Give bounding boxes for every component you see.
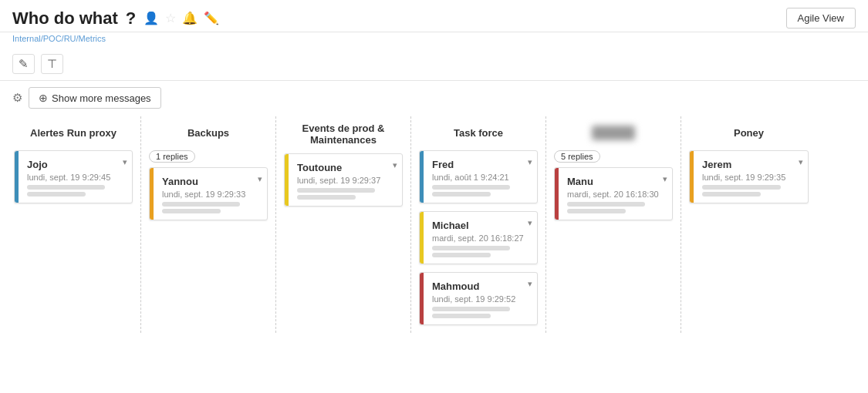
- toolbar: ✎ ⊤: [0, 48, 868, 81]
- card-blurred-text: [27, 185, 105, 190]
- card: ▾Fredlundi, août 1 9:24:21: [419, 150, 538, 203]
- card-blurred-text-2: [297, 195, 356, 200]
- column-events: Events de prod & Maintenances▾Toutounelu…: [276, 116, 411, 333]
- card-blurred-text: [432, 307, 510, 311]
- card-name: Manu: [567, 176, 664, 187]
- card-wrapper: 5 replies▾Manumardi, sept. 20 16:18:30: [554, 150, 673, 220]
- replies-badge[interactable]: 1 replies: [149, 150, 195, 163]
- card: ▾Mahmoudlundi, sept. 19 9:29:52: [419, 272, 538, 325]
- card: ▾Jojolundi, sept. 19 9:29:45: [14, 150, 133, 203]
- card-color-bar: [15, 151, 19, 203]
- card-dropdown-icon[interactable]: ▾: [528, 218, 532, 228]
- card-date: lundi, août 1 9:24:21: [432, 173, 529, 182]
- card-wrapper: ▾Michaelmardi, sept. 20 16:18:27: [419, 211, 538, 264]
- plus-icon: ⊕: [39, 92, 48, 104]
- card-blurred-text: [432, 246, 510, 250]
- card-date: lundi, sept. 19 9:29:37: [297, 176, 394, 185]
- card-blurred-text-2: [702, 192, 761, 196]
- card: ▾Jeremlundi, sept. 19 9:29:35: [689, 150, 809, 203]
- column-header-events: Events de prod & Maintenances: [284, 116, 403, 153]
- card-dropdown-icon[interactable]: ▾: [799, 157, 803, 167]
- card-name: Michael: [432, 220, 529, 231]
- card-wrapper: ▾Jojolundi, sept. 19 9:29:45: [14, 150, 133, 203]
- column-taskforce: Task force▾Fredlundi, août 1 9:24:21▾Mic…: [411, 116, 546, 333]
- header-icons: 👤 ☆ 🔔 ✏️: [144, 11, 219, 25]
- bell-icon[interactable]: 🔔: [182, 11, 198, 25]
- card-blurred-text-2: [432, 253, 491, 257]
- card-wrapper: ▾Mahmoudlundi, sept. 19 9:29:52: [419, 272, 538, 325]
- card-date: lundi, sept. 19 9:29:52: [432, 294, 529, 304]
- card-color-bar: [150, 168, 154, 220]
- card-blurred-text-2: [162, 209, 221, 213]
- card-color-bar: [420, 212, 424, 264]
- star-icon[interactable]: ☆: [165, 11, 176, 25]
- card-wrapper: 1 replies▾Yannoulundi, sept. 19 9:29:33: [149, 150, 268, 220]
- edit-tool-button[interactable]: ✎: [12, 54, 35, 74]
- card-date: lundi, sept. 19 9:29:45: [27, 173, 124, 182]
- card-name: Fred: [432, 159, 529, 170]
- card-blurred-text: [567, 202, 645, 207]
- card-name: Toutoune: [297, 162, 394, 173]
- card-date: mardi, sept. 20 16:18:30: [567, 190, 664, 199]
- edit-icon[interactable]: ✏️: [204, 11, 219, 25]
- column-alertes: Alertes Run proxy▾Jojolundi, sept. 19 9:…: [6, 116, 141, 333]
- column-poney: Poney▾Jeremlundi, sept. 19 9:29:35: [681, 116, 816, 333]
- card: ▾Manumardi, sept. 20 16:18:30: [554, 167, 673, 220]
- card-color-bar: [285, 154, 289, 206]
- column-header-alertes: Alertes Run proxy: [14, 116, 133, 150]
- page-header: Who do what ? 👤 ☆ 🔔 ✏️ Agile View: [0, 0, 868, 32]
- column-header-poney: Poney: [689, 116, 809, 150]
- replies-badge[interactable]: 5 replies: [554, 150, 600, 163]
- column-header-taskforce: Task force: [419, 116, 538, 150]
- column-backups: Backups1 replies▾Yannoulundi, sept. 19 9…: [141, 116, 276, 333]
- card-blurred-text: [432, 185, 510, 190]
- card: ▾Yannoulundi, sept. 19 9:29:33: [149, 167, 268, 220]
- page-title: Who do what: [12, 8, 118, 29]
- card-dropdown-icon[interactable]: ▾: [393, 160, 397, 170]
- column-header-blurred-col: ████: [554, 116, 673, 150]
- card-color-bar: [420, 151, 424, 203]
- card-name: Yannou: [162, 176, 259, 187]
- card-blurred-text-2: [27, 192, 86, 196]
- card: ▾Toutounelundi, sept. 19 9:29:37: [284, 153, 403, 207]
- card-dropdown-icon[interactable]: ▾: [258, 174, 262, 184]
- show-more-messages-button[interactable]: ⊕ Show more messages: [29, 87, 161, 109]
- card-color-bar: [690, 151, 694, 203]
- card-blurred-text: [297, 188, 375, 193]
- card-color-bar: [420, 273, 424, 324]
- card-blurred-text-2: [432, 314, 491, 318]
- card-wrapper: ▾Toutounelundi, sept. 19 9:29:37: [284, 153, 403, 207]
- card-blurred-text: [702, 185, 781, 190]
- card-date: lundi, sept. 19 9:29:35: [702, 173, 800, 182]
- card-name: Mahmoud: [432, 280, 529, 292]
- column-blurred-col: ████5 replies▾Manumardi, sept. 20 16:18:…: [546, 116, 681, 333]
- card-wrapper: ▾Fredlundi, août 1 9:24:21: [419, 150, 538, 203]
- card-blurred-text: [162, 202, 240, 207]
- card-dropdown-icon[interactable]: ▾: [663, 174, 667, 184]
- filter-tool-button[interactable]: ⊤: [41, 54, 63, 74]
- card-wrapper: ▾Jeremlundi, sept. 19 9:29:35: [689, 150, 809, 203]
- card-name: Jojo: [27, 159, 124, 170]
- settings-bar: ⚙ ⊕ Show more messages: [0, 81, 868, 116]
- card-blurred-text-2: [432, 192, 491, 196]
- header-left: Who do what ? 👤 ☆ 🔔 ✏️: [12, 8, 219, 29]
- card-dropdown-icon[interactable]: ▾: [528, 279, 532, 289]
- card: ▾Michaelmardi, sept. 20 16:18:27: [419, 211, 538, 264]
- card-blurred-text-2: [567, 209, 626, 213]
- card-dropdown-icon[interactable]: ▾: [123, 157, 127, 167]
- card-name: Jerem: [702, 159, 800, 170]
- column-header-backups: Backups: [149, 116, 268, 150]
- card-color-bar: [555, 168, 559, 220]
- person-icon[interactable]: 👤: [144, 11, 159, 25]
- card-date: lundi, sept. 19 9:29:33: [162, 190, 259, 199]
- show-more-label: Show more messages: [52, 92, 151, 104]
- card-dropdown-icon[interactable]: ▾: [528, 157, 532, 167]
- agile-view-button[interactable]: Agile View: [786, 8, 856, 29]
- page-title-qmark: ?: [126, 8, 136, 29]
- page-subtitle: Internal/POC/RU/Metrics: [0, 32, 868, 48]
- gear-icon[interactable]: ⚙: [12, 91, 22, 105]
- kanban-board: Alertes Run proxy▾Jojolundi, sept. 19 9:…: [0, 116, 868, 333]
- card-date: mardi, sept. 20 16:18:27: [432, 233, 529, 243]
